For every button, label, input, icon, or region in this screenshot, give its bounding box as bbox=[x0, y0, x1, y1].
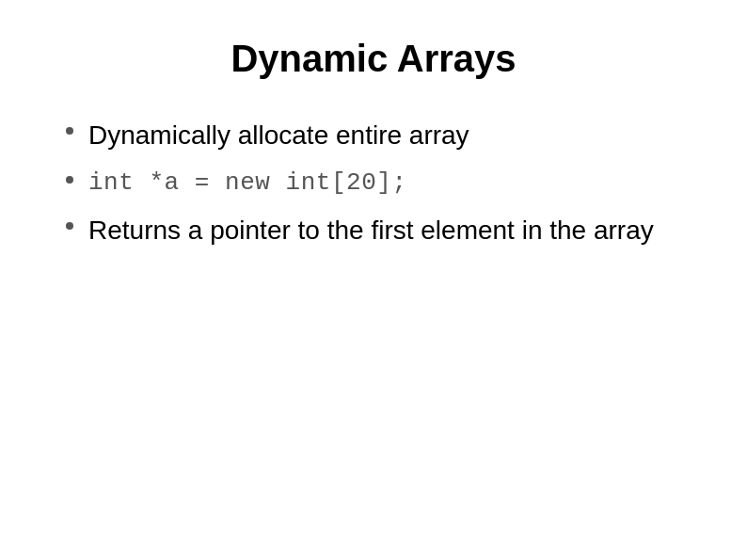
bullet-text-2: int *a = new int[20]; bbox=[88, 167, 407, 200]
list-item: int *a = new int[20]; bbox=[66, 167, 691, 200]
slide-title: Dynamic Arrays bbox=[56, 38, 691, 80]
bullet-dot-2 bbox=[66, 176, 73, 184]
bullet-list: Dynamically allocate entire array int *a… bbox=[56, 118, 691, 248]
list-item: Dynamically allocate entire array bbox=[66, 118, 691, 153]
bullet-text-1: Dynamically allocate entire array bbox=[88, 118, 469, 153]
bullet-dot-3 bbox=[66, 222, 73, 230]
bullet-dot-1 bbox=[66, 127, 73, 135]
list-item: Returns a pointer to the first element i… bbox=[66, 213, 691, 248]
slide-container: Dynamic Arrays Dynamically allocate enti… bbox=[0, 0, 747, 560]
bullet-text-3: Returns a pointer to the first element i… bbox=[88, 213, 654, 248]
